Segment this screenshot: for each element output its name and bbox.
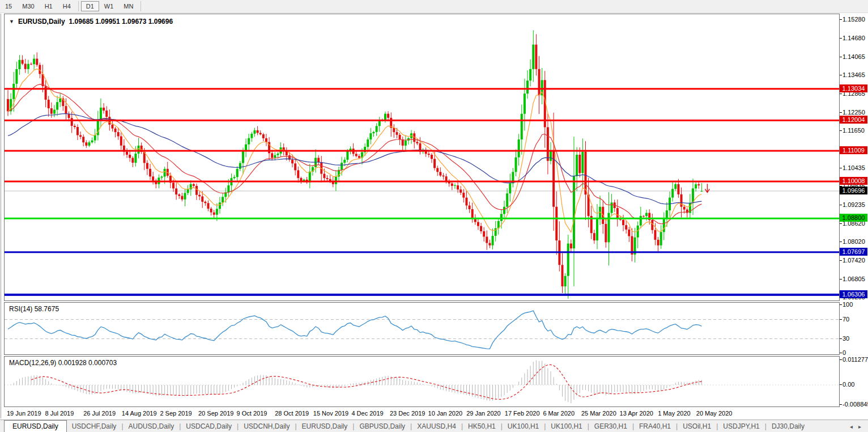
current-price-label: 1.09696	[840, 187, 867, 194]
macd-tick: 0.011277	[843, 356, 868, 363]
tab-UK100-H1-10[interactable]: UK100,H1	[546, 421, 587, 431]
symbol-dropdown-icon[interactable]: ▼	[9, 19, 14, 24]
date-label: 4 Dec 2019	[351, 410, 383, 417]
date-label: 25 Mar 2020	[581, 410, 616, 417]
tab-USDJPY-H1-14[interactable]: USDJPY,H1	[718, 421, 764, 431]
tab-HK50-H1-8[interactable]: HK50,H1	[463, 421, 501, 431]
date-label: 13 Apr 2020	[620, 410, 653, 417]
tab-AUDUSD-Daily-2[interactable]: AUDUSD,Daily	[124, 421, 180, 431]
date-label: 20 May 2020	[696, 410, 733, 417]
chart-symbol-label: EURUSD,Daily	[18, 18, 65, 26]
chart-tabs-bar: EURUSD,DailyUSDCHF,Daily|AUDUSD,Daily|US…	[0, 420, 868, 432]
macd-tick: -0.008845	[843, 401, 868, 408]
tab-scroll-left-icon[interactable]: ◂	[850, 423, 853, 430]
tab-FRA40-H1-12[interactable]: FRA40,H1	[634, 421, 676, 431]
tab-USDCAD-Daily-3[interactable]: USDCAD,Daily	[181, 421, 237, 431]
price-tick: 1.12250	[843, 109, 865, 116]
ma-mid-line	[8, 84, 701, 224]
timeframe-W1[interactable]: W1	[99, 1, 119, 11]
tab-USOil-H1-13[interactable]: USOil,H1	[678, 421, 716, 431]
date-label: 2 Sep 2019	[160, 410, 192, 417]
price-tick: 1.08020	[843, 238, 865, 245]
toolbar-separator	[141, 1, 141, 11]
tab-XAUUSD-H4-7[interactable]: XAUUSD,H4	[412, 421, 461, 431]
tab-USDCNH-Daily-4[interactable]: USDCNH,Daily	[239, 421, 295, 431]
tab-scroll-right-icon[interactable]: ▸	[858, 423, 861, 430]
macd-tick: 0.00	[843, 381, 854, 388]
price-tick: 1.07420	[843, 257, 865, 264]
date-label: 9 Oct 2019	[237, 410, 267, 417]
timeframe-H1[interactable]: H1	[40, 1, 58, 11]
level-lines	[5, 88, 839, 296]
rsi-tick: 30	[843, 335, 849, 342]
tab-EURUSD-Daily-5[interactable]: EURUSD,Daily	[297, 421, 353, 431]
price-chart-canvas[interactable]	[5, 14, 839, 300]
date-label: 23 Dec 2019	[390, 410, 425, 417]
rsi-label: RSI(14) 58.7675	[9, 305, 59, 313]
date-label: 6 Mar 2020	[543, 410, 575, 417]
toolbar-separator	[78, 1, 79, 11]
date-label: 28 Oct 2019	[275, 410, 309, 417]
date-label: 14 Aug 2019	[122, 410, 157, 417]
rsi-panel[interactable]: RSI(14) 58.7675	[4, 302, 840, 355]
window-left-border	[1, 14, 1, 418]
timeframe-MN[interactable]: MN	[118, 1, 138, 11]
date-label: 26 Jul 2019	[83, 410, 116, 417]
timeframe-H4[interactable]: H4	[58, 1, 76, 11]
rsi-canvas[interactable]	[5, 303, 839, 354]
rsi-tick: 70	[843, 316, 849, 323]
level-price-label: 1.12004	[840, 116, 867, 124]
price-tick: 1.10435	[843, 164, 865, 171]
price-tick: 1.06805	[843, 276, 865, 282]
date-label: 1 May 2020	[658, 410, 690, 417]
tab-USDCHF-Daily-1[interactable]: USDCHF,Daily	[67, 421, 122, 431]
level-price-label: 1.10008	[840, 177, 867, 185]
date-label: 8 Jul 2019	[45, 410, 74, 417]
price-tick: 1.09235	[843, 201, 865, 208]
tab-UK100-H1-9[interactable]: UK100,H1	[503, 421, 544, 431]
tab-GER30-H1-11[interactable]: GER30,H1	[589, 421, 632, 431]
price-tick: 1.11650	[843, 127, 865, 134]
rsi-tick: 100	[843, 301, 853, 308]
rsi-tick: 0	[843, 349, 846, 356]
level-price-label: 1.06306	[840, 290, 867, 298]
price-tick: 1.13465	[843, 71, 865, 78]
level-price-label: 1.11009	[840, 146, 867, 154]
date-label: 19 Jun 2019	[7, 410, 41, 417]
price-tick: 1.14680	[843, 35, 865, 41]
tab-scroll-arrows: ◂▸	[850, 423, 861, 430]
date-label: 15 Nov 2019	[313, 410, 348, 417]
chart-ohlc-values: 1.09685 1.09951 1.09673 1.09696	[69, 18, 173, 26]
date-axis: 19 Jun 20198 Jul 201926 Jul 201914 Aug 2…	[4, 408, 840, 419]
price-axis: 1.152801.146801.140651.134651.128651.122…	[840, 0, 868, 420]
macd-signal-line	[31, 365, 701, 399]
timeframe-15[interactable]: 15	[0, 1, 17, 11]
chart-title: ▼ EURUSD,Daily 1.09685 1.09951 1.09673 1…	[9, 18, 173, 26]
tab-EURUSD-Daily-0[interactable]: EURUSD,Daily	[4, 420, 67, 432]
date-label: 10 Jan 2020	[428, 410, 463, 417]
timeframe-M30[interactable]: M30	[17, 1, 39, 11]
rsi-line	[8, 311, 701, 349]
timeframe-D1[interactable]: D1	[81, 1, 99, 11]
level-price-label: 1.07697	[840, 248, 867, 256]
date-label: 17 Feb 2020	[505, 410, 540, 417]
price-chart-panel[interactable]: ▼ EURUSD,Daily 1.09685 1.09951 1.09673 1…	[4, 14, 840, 301]
macd-panel[interactable]: MACD(12,26,9) 0.001928 0.000703	[4, 356, 840, 407]
date-label: 20 Sep 2019	[198, 410, 233, 417]
price-tick: 1.14065	[843, 53, 865, 60]
macd-canvas[interactable]	[5, 357, 839, 406]
tab-DJ30-Daily-15[interactable]: DJ30,Daily	[767, 421, 810, 431]
date-label: 29 Jan 2020	[466, 410, 501, 417]
price-tick: 1.15280	[843, 16, 865, 23]
tab-GBPUSD-Daily-6[interactable]: GBPUSD,Daily	[354, 421, 410, 431]
level-price-label: 1.13034	[840, 84, 867, 92]
timeframe-toolbar: 15M30H1H4D1W1MN	[0, 0, 868, 13]
macd-label: MACD(12,26,9) 0.001928 0.000703	[9, 359, 117, 367]
level-price-label: 1.08800	[840, 214, 867, 222]
